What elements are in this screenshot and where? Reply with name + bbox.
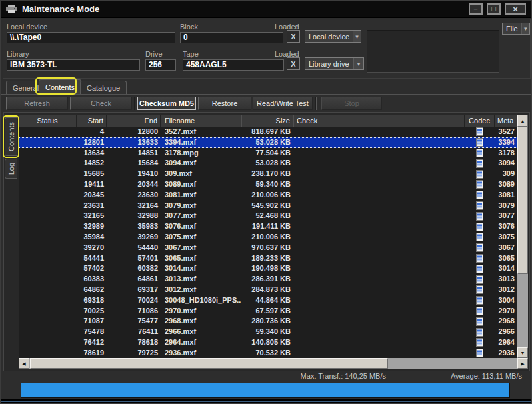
column-header-start[interactable]: Start — [77, 115, 107, 127]
refresh-button[interactable]: Refresh — [6, 97, 68, 110]
cell-end: 71086 — [107, 306, 161, 317]
scroll-left-button[interactable]: ◀ — [19, 358, 29, 369]
cell-start: 13634 — [77, 148, 107, 159]
read-write-test-button[interactable]: Read/Write Test — [253, 97, 313, 110]
video-file-icon — [476, 201, 483, 210]
table-row[interactable]: 15685 19410 309.mxf 238.170 KB 309 — [19, 169, 517, 179]
cell-check — [293, 190, 465, 201]
max-transfer-label: Max. Transf.: 140,25 MB/s — [301, 372, 386, 380]
cell-end: 75477 — [107, 316, 161, 327]
table-row[interactable]: 70025 71086 2970.mxf 67.597 KB 2970 — [19, 306, 517, 317]
drive-label: Drive — [145, 50, 176, 58]
vertical-scrollbar[interactable]: ▲ ▼ — [517, 127, 528, 358]
cell-meta: 3012 — [495, 285, 517, 295]
column-header-codec[interactable]: Codec — [465, 115, 495, 127]
cell-start: 32165 — [77, 211, 107, 221]
cell-start: 39270 — [77, 243, 107, 253]
cell-codec — [465, 243, 495, 253]
table-row[interactable]: 13634 14851 3178.mpg 77.504 KB 3178 — [19, 148, 517, 159]
check-button[interactable]: Check — [70, 97, 132, 110]
target-device-combo[interactable]: Library drive ▾ — [305, 57, 364, 70]
table-row[interactable]: 12801 13633 3394.mxf 53.028 KB 3394 — [19, 137, 517, 148]
cell-check — [293, 316, 465, 327]
table-row[interactable]: 54441 57401 3065.mxf 189.233 KB 3065 — [19, 253, 517, 264]
cell-status — [19, 232, 77, 243]
column-header-size[interactable]: Size — [241, 115, 293, 127]
table-row[interactable]: 32165 32988 3077.mxf 52.468 KB 3077 — [19, 211, 517, 221]
table-row[interactable]: 57402 60382 3014.mxf 190.498 KB 3014 — [19, 263, 517, 274]
cell-filename: 3527.mxf — [161, 127, 241, 137]
restore-button[interactable]: Restore — [198, 97, 251, 110]
scroll-down-button[interactable]: ▼ — [517, 347, 528, 358]
source-device-combo[interactable]: Local device ▾ — [305, 30, 361, 43]
cell-start: 4 — [77, 127, 107, 137]
table-row[interactable]: 76412 78618 2964.mxf 140.805 KB 2964 — [19, 337, 517, 348]
tab-contents[interactable]: Contents — [39, 79, 81, 94]
table-row[interactable]: 69318 70024 30048_HD1080i_PPS... 44.864 … — [19, 295, 517, 306]
side-tab-log[interactable]: Log — [5, 159, 17, 179]
cell-end: 60382 — [107, 263, 161, 274]
column-header-meta[interactable]: Meta — [495, 115, 517, 127]
cell-size: 284.873 KB — [241, 285, 293, 295]
table-row[interactable]: 4 12800 3527.mxf 818.697 KB 3527 — [19, 127, 517, 137]
scroll-up-button[interactable]: ▲ — [517, 115, 528, 127]
unload-tape-button[interactable]: X — [287, 57, 300, 70]
cell-start: 71087 — [77, 316, 107, 327]
side-tab-contents[interactable]: Contents — [5, 117, 17, 156]
cell-end: 54440 — [107, 243, 161, 253]
unload-device-button[interactable]: X — [287, 30, 300, 43]
table-row[interactable]: 71087 75477 2968.mxf 280.736 KB 2968 — [19, 316, 517, 327]
table-row[interactable]: 19411 20344 3089.mxf 59.340 KB 3089 — [19, 179, 517, 190]
cell-codec — [465, 201, 495, 211]
column-header-end[interactable]: End — [107, 115, 161, 127]
cell-status — [19, 201, 77, 211]
table-row[interactable]: 23631 32164 3079.mxf 545.902 KB 3079 — [19, 201, 517, 211]
table-row[interactable]: 35984 39269 3075.mxf 210.006 KB 3075 — [19, 232, 517, 243]
library-input[interactable]: IBM 3573-TL — [7, 59, 140, 71]
cell-end: 12800 — [107, 127, 161, 137]
cell-check — [293, 148, 465, 159]
cell-codec — [465, 211, 495, 221]
tab-catalogue[interactable]: Catalogue — [80, 81, 127, 94]
cell-codec — [465, 285, 495, 295]
drive-input[interactable]: 256 — [145, 59, 176, 71]
window-edge-accent — [1, 401, 531, 402]
horizontal-scrollbar[interactable]: ◀ ▶ — [19, 358, 528, 369]
checksum-md5-button[interactable]: Checksum MD5 — [137, 97, 196, 110]
video-file-icon — [476, 191, 483, 199]
minimize-button[interactable]: – — [469, 3, 483, 15]
horizontal-scroll-thumb[interactable] — [30, 358, 388, 369]
cell-size: 190.498 KB — [241, 263, 293, 274]
cell-status — [19, 316, 77, 327]
cell-codec — [465, 179, 495, 190]
scroll-right-button[interactable]: ▶ — [517, 358, 528, 369]
table-row[interactable]: 60383 64861 3013.mxf 286.391 KB 3013 — [19, 274, 517, 285]
stop-button[interactable]: Stop — [321, 97, 382, 110]
column-header-check[interactable]: Check — [293, 115, 465, 127]
table-row[interactable]: 32989 35983 3076.mxf 191.411 KB 3076 — [19, 221, 517, 232]
file-menu-button[interactable]: File ▾ — [502, 23, 530, 35]
cell-codec — [465, 253, 495, 264]
column-header-status[interactable]: Status — [19, 115, 77, 127]
table-row[interactable]: 78619 79725 2936.mxf 70.532 KB 2936 — [19, 348, 517, 358]
close-button[interactable]: × — [505, 3, 526, 15]
cell-meta: 3079 — [495, 201, 517, 211]
chevron-down-icon: ▾ — [353, 31, 361, 42]
table-row[interactable]: 64862 69317 3012.mxf 284.873 KB 3012 — [19, 285, 517, 295]
vertical-scroll-thumb[interactable] — [517, 127, 528, 274]
cell-codec — [465, 137, 495, 148]
transfer-progress-bar — [21, 383, 510, 398]
tape-input[interactable]: 458AAGL5 — [183, 59, 284, 71]
local-device-input[interactable]: \\.\Tape0 — [7, 32, 175, 43]
table-row[interactable]: 20345 23630 3081.mxf 210.006 KB 3081 — [19, 190, 517, 201]
maximize-button[interactable]: □ — [487, 3, 501, 15]
table-row[interactable]: 14852 15684 3094.mxf 53.028 KB 3094 — [19, 158, 517, 169]
block-input[interactable]: 0 — [180, 32, 283, 43]
cell-codec — [465, 295, 495, 306]
cell-end: 13633 — [107, 137, 161, 148]
cell-check — [293, 137, 465, 148]
cell-size: 238.170 KB — [241, 169, 293, 179]
column-header-filename[interactable]: Filename — [161, 115, 241, 127]
table-row[interactable]: 75478 76411 2966.mxf 59.340 KB 2966 — [19, 327, 517, 337]
table-row[interactable]: 39270 54440 3067.mxf 970.637 KB 3067 — [19, 243, 517, 253]
